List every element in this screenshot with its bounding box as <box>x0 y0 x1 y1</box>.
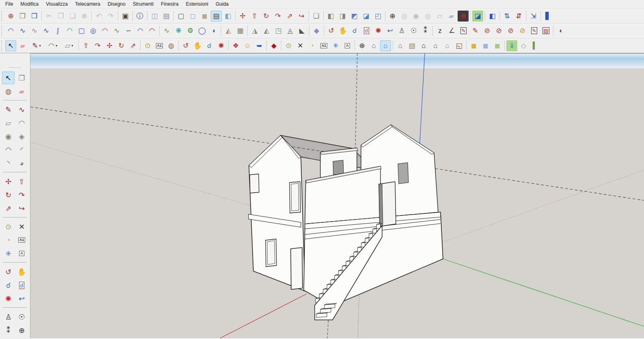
menu-estensioni[interactable]: Estensioni <box>182 0 212 8</box>
follow-me-button[interactable]: ↷ <box>272 11 283 22</box>
share-model-button[interactable]: ➥ <box>254 40 265 51</box>
ext-purple-face-button[interactable]: ◆ <box>311 25 322 36</box>
ext-diagonal-arrow-button[interactable]: ⇲ <box>528 11 539 22</box>
new-model-button[interactable]: ⊕ <box>5 11 16 22</box>
bezier-zigzag-button[interactable]: ∿ <box>17 25 28 36</box>
bezier-curve-edit-button[interactable]: ∿ <box>29 25 40 36</box>
paint-bucket-button[interactable]: ◍ <box>2 85 15 98</box>
tape-measure-2-button[interactable]: ⊙ <box>283 40 294 51</box>
zoom-extents-button[interactable]: ✺ <box>216 40 227 51</box>
sandbox-from-scratch-button[interactable]: ▦ <box>235 25 246 36</box>
solid-union-button[interactable]: ◨ <box>337 11 348 22</box>
ext-arrows-up-down-button[interactable]: ⇅ <box>501 11 512 22</box>
section-display-button[interactable]: ⌂ <box>380 40 391 51</box>
move-button[interactable]: ✢ <box>2 175 15 188</box>
menu-disegno[interactable]: Disegno <box>104 0 129 8</box>
menu-guida[interactable]: Guida <box>212 0 232 8</box>
style-cube-blue-button[interactable]: ◼ <box>480 40 491 51</box>
make-component-button[interactable]: ❐ <box>15 72 28 84</box>
bezier-s-curve-button[interactable]: ʃ <box>52 25 63 36</box>
dimension-button[interactable]: ✕ <box>295 40 306 51</box>
push-pull-button[interactable]: ⇧ <box>249 11 260 22</box>
cut-button[interactable]: ✂ <box>43 11 54 22</box>
axes-button[interactable]: ✳ <box>2 247 15 260</box>
pan-button[interactable]: ✋ <box>15 265 28 278</box>
view-front-button[interactable]: ⌂ <box>418 40 429 51</box>
camera-lock-button[interactable]: ◉ <box>411 11 421 22</box>
walk-button[interactable]: ⁑ <box>2 324 15 337</box>
scale-button[interactable]: ⇗ <box>2 202 15 215</box>
redo-button[interactable]: ↷ <box>105 11 116 22</box>
dimension-button[interactable]: ✕ <box>15 220 28 233</box>
tape-measure-button[interactable]: ⊙ <box>142 40 153 51</box>
paint-bucket-button[interactable]: ◍ <box>166 40 177 51</box>
view-left-button[interactable]: ◱ <box>454 40 465 51</box>
position-camera-button[interactable]: ♙ <box>2 311 15 323</box>
style-hidden-line-button[interactable]: ◻ <box>187 11 198 22</box>
sandbox-flip-edge-button[interactable]: ◣ <box>296 25 307 36</box>
eraser-button[interactable]: ▰ <box>15 85 28 98</box>
view-back-button[interactable]: ⌂ <box>442 40 453 51</box>
menu-telecamera[interactable]: Telecamera <box>71 0 104 8</box>
move-button[interactable]: ✢ <box>237 11 248 22</box>
solid-split-button[interactable]: ◰ <box>372 11 383 22</box>
follow-me-button[interactable]: ↷ <box>15 189 28 201</box>
style-wireframe-button[interactable]: ▢ <box>175 11 186 22</box>
rectangle-button[interactable]: ▱ <box>2 117 15 129</box>
rectangle-dropdown-caret[interactable]: ▾ <box>71 44 73 48</box>
bezier-curve-n-button[interactable]: ∿ <box>41 25 52 36</box>
orbit-button[interactable]: ↺ <box>180 40 191 51</box>
print-button[interactable]: ▣ <box>120 11 131 22</box>
zoom-previous-button[interactable]: ↩ <box>385 25 395 36</box>
pan-button[interactable]: ✋ <box>337 25 348 36</box>
dim-pencil-button[interactable]: ✎ <box>470 25 481 36</box>
select-button[interactable]: ↖ <box>2 72 15 84</box>
bezier-arc-bold-button[interactable]: ◠ <box>147 25 158 36</box>
curve-wrench-button[interactable]: ⚙ <box>185 25 196 36</box>
style-shaded-button[interactable]: ◼ <box>199 11 210 22</box>
previous-button[interactable]: ↩ <box>15 292 28 305</box>
style-shaded-textures-button[interactable]: ▤ <box>211 11 222 22</box>
style-back-edges-button[interactable]: ▤ <box>161 11 172 22</box>
model-info-button[interactable]: ⓘ <box>134 11 145 22</box>
orbit-button[interactable]: ↺ <box>326 25 337 36</box>
solar-north-button[interactable]: ⊕ <box>357 40 367 51</box>
push-pull-button[interactable]: ⇧ <box>80 40 91 51</box>
add-scene-button[interactable]: ⊕ <box>387 11 398 22</box>
arc-button[interactable]: ◠ <box>15 117 28 129</box>
camera-match-button[interactable]: ◎ <box>422 11 433 22</box>
viewport-3d[interactable] <box>30 53 644 338</box>
camera-preview-button[interactable]: ◎ <box>399 11 410 22</box>
bezier-polyline-button[interactable]: ∿ <box>111 25 122 36</box>
move-button[interactable]: ✢ <box>104 40 115 51</box>
curve-loop-button[interactable]: ◯ <box>197 25 207 36</box>
line-button[interactable]: ✎▾ <box>29 40 44 51</box>
rotate-button[interactable]: ↻ <box>116 40 127 51</box>
bezier-rounded-rect-button[interactable]: ▢ <box>76 25 87 36</box>
axes-button[interactable]: ✳ <box>330 40 341 51</box>
zoom-extents-button[interactable]: ✺ <box>373 25 384 36</box>
style-cube-green-button[interactable]: ◼ <box>492 40 503 51</box>
arc-3-point-button[interactable]: ◜ <box>15 143 28 156</box>
dim-ellipse-button[interactable]: ⊘ <box>482 25 493 36</box>
follow-me-button[interactable]: ↷ <box>92 40 103 51</box>
dim-circle-large-button[interactable]: ⊘ <box>505 25 516 36</box>
line-dropdown-caret[interactable]: ▾ <box>39 44 41 48</box>
pan-button[interactable]: ✋ <box>192 40 203 51</box>
polygon-dotted-button[interactable]: ❋ <box>173 25 184 36</box>
push-pull-button[interactable]: ⇧ <box>15 175 28 188</box>
rotate-button[interactable]: ↻ <box>2 189 15 201</box>
protractor-button[interactable]: ◔ <box>307 40 318 51</box>
tape-measure-button[interactable]: ⊙ <box>2 220 15 233</box>
save-model-button[interactable]: ❒ <box>29 11 40 22</box>
import-terrain-button[interactable]: ⇓ <box>506 40 517 51</box>
orbit-button[interactable]: ↺ <box>2 265 15 278</box>
menu-file[interactable]: File <box>2 0 17 8</box>
dim-z-tool-button[interactable]: z <box>434 25 445 36</box>
freehand-button[interactable]: ∿ <box>15 103 28 116</box>
style-xray-button[interactable]: ◫ <box>149 11 160 22</box>
arc-from-center-button[interactable]: ◝ <box>2 157 15 170</box>
solid-trim-button[interactable]: ◪ <box>361 11 372 22</box>
3d-warehouse-button[interactable]: ☺ <box>242 40 253 51</box>
position-camera-button[interactable]: ♙ <box>396 25 407 36</box>
